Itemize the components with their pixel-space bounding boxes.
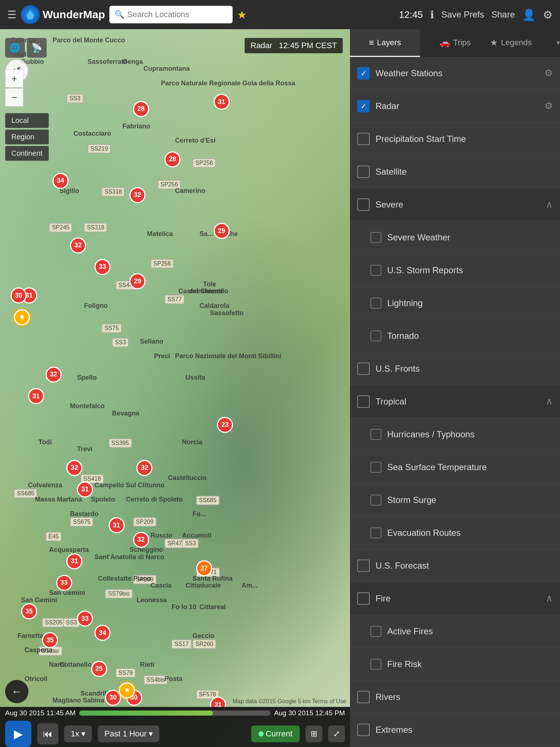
active-fires-checkbox[interactable] (370, 626, 381, 637)
layer-rivers[interactable]: Rivers (350, 681, 560, 713)
weather-stations-checkbox[interactable] (357, 67, 370, 80)
star-icon[interactable]: ★ (237, 8, 247, 21)
expand-button[interactable]: ⤢ (328, 725, 345, 742)
map-station-s22[interactable]: 33 (56, 575, 72, 591)
map-station-s15[interactable]: 31 (66, 553, 82, 569)
fire-chevron-icon[interactable]: ∧ (546, 593, 553, 604)
map-station-s24[interactable]: 31 (28, 388, 44, 404)
current-button[interactable]: Current (251, 725, 300, 742)
layer-evacuation-routes[interactable]: Evacuation Routes (350, 516, 560, 549)
layer-extremes[interactable]: Extremes (350, 713, 560, 746)
evacuation-routes-checkbox[interactable] (370, 527, 381, 538)
info-button[interactable]: ℹ (430, 9, 434, 21)
settings-icon[interactable]: ⚙ (543, 8, 553, 21)
zoom-out-button[interactable]: − (5, 88, 23, 107)
map-station-s7[interactable]: 32 (129, 187, 145, 203)
map-station-s2[interactable]: 29 (214, 223, 230, 239)
map-station-s12[interactable]: 32 (136, 460, 152, 476)
storm-surge-checkbox[interactable] (370, 495, 381, 506)
search-bar[interactable]: 🔍 (109, 6, 233, 23)
map-station-s8[interactable]: 28 (164, 151, 180, 167)
layer-fire-risk[interactable]: Fire Risk (350, 648, 560, 681)
map-station-s23[interactable]: 23 (217, 417, 233, 433)
skip-to-start-button[interactable]: ⏮ (37, 723, 58, 744)
region-view-button[interactable]: Region (5, 129, 49, 144)
map-station-s13[interactable]: 31 (77, 481, 93, 498)
map-station-s9[interactable]: 32 (46, 367, 62, 383)
map-station-s6[interactable]: 32 (70, 237, 86, 253)
layer-storm-surge[interactable]: Storm Surge (350, 484, 560, 516)
map-station-s20[interactable]: 30 (11, 287, 27, 303)
tab-legends[interactable]: ★ Legends ▾ (490, 29, 560, 57)
map-station-s31[interactable]: ☀ (14, 309, 30, 325)
layer-us-storm-reports[interactable]: U.S. Storm Reports (350, 254, 560, 287)
layer-fire-section[interactable]: Fire ∧ (350, 582, 560, 615)
layer-lightning[interactable]: Lightning (350, 287, 560, 320)
grid-button[interactable]: ⊞ (306, 725, 322, 742)
timeline-bar[interactable] (79, 711, 270, 716)
severe-checkbox[interactable] (357, 198, 370, 211)
tornado-checkbox[interactable] (370, 330, 381, 341)
hurricanes-checkbox[interactable] (370, 429, 381, 440)
local-view-button[interactable]: Local (5, 113, 49, 128)
map-station-s28[interactable]: 31 (214, 94, 230, 110)
layer-sea-surface-temp[interactable]: Sea Surface Temperature (350, 451, 560, 484)
play-button[interactable]: ▶ (5, 721, 31, 747)
tropical-chevron-icon[interactable]: ∧ (546, 396, 553, 407)
map-station-s11[interactable]: 32 (66, 460, 82, 476)
severe-weather-checkbox[interactable] (370, 232, 381, 243)
map-station-s17[interactable]: 34 (94, 625, 110, 641)
precipitation-start-checkbox[interactable] (357, 133, 370, 145)
radar-gear-icon[interactable]: ⚙ (544, 100, 553, 112)
menu-icon[interactable]: ☰ (7, 9, 16, 21)
radar-checkbox[interactable] (357, 100, 370, 112)
fire-risk-checkbox[interactable] (370, 659, 381, 670)
layer-severe-weather[interactable]: Severe Weather (350, 221, 560, 254)
map-station-s5[interactable]: 33 (94, 259, 110, 275)
extremes-checkbox[interactable] (357, 724, 370, 736)
us-forecast-checkbox[interactable] (357, 560, 370, 572)
map-station-s14[interactable]: 31 (109, 517, 125, 533)
layer-radar[interactable]: Radar ⚙ (350, 90, 560, 123)
layer-tornado[interactable]: Tornado (350, 320, 560, 352)
lightning-checkbox[interactable] (370, 298, 381, 309)
map-area[interactable]: Gubbio Fabriano Foligno Todi Colvalenza … (0, 29, 350, 747)
radio-button[interactable]: 📡 (27, 38, 47, 58)
layer-us-forecast[interactable]: U.S. Forecast (350, 549, 560, 582)
us-fronts-checkbox[interactable] (357, 363, 370, 375)
map-station-s19[interactable]: 35 (42, 632, 58, 648)
layer-severe-section[interactable]: Severe ∧ (350, 188, 560, 221)
map-station-s30[interactable]: 27 (196, 560, 212, 576)
globe-button[interactable]: 🌐 (5, 38, 25, 58)
layer-us-fronts[interactable]: U.S. Fronts (350, 352, 560, 385)
tropical-checkbox[interactable] (357, 395, 370, 408)
map-station-s21[interactable]: 32 (133, 532, 149, 548)
zoom-in-button[interactable]: + (5, 69, 23, 88)
save-prefs-button[interactable]: Save Prefs (442, 9, 484, 20)
map-station-s16[interactable]: 33 (77, 611, 93, 627)
layer-hurricanes[interactable]: Hurricanes / Typhoons (350, 418, 560, 451)
map-station-s18[interactable]: 35 (21, 603, 37, 619)
speed-button[interactable]: 1x ▾ (64, 725, 92, 742)
layer-precipitation-start[interactable]: Precipitation Start Time (350, 123, 560, 155)
continent-view-button[interactable]: Continent (5, 146, 49, 161)
search-input[interactable] (127, 10, 228, 19)
map-station-s26[interactable]: 30 (105, 690, 121, 706)
map-station-s4[interactable]: 29 (129, 273, 145, 289)
profile-icon[interactable]: 👤 (522, 8, 536, 21)
severe-chevron-icon[interactable]: ∧ (546, 199, 553, 210)
sea-surface-temp-checkbox[interactable] (370, 462, 381, 473)
back-button[interactable]: ← (5, 680, 28, 703)
tab-layers[interactable]: ≡ Layers (350, 29, 420, 57)
fire-checkbox[interactable] (357, 592, 370, 605)
range-button[interactable]: Past 1 Hour ▾ (98, 725, 159, 742)
rivers-checkbox[interactable] (357, 691, 370, 703)
layer-tropical-section[interactable]: Tropical ∧ (350, 385, 560, 418)
layer-weather-stations[interactable]: Weather Stations ⚙ (350, 57, 560, 90)
weather-stations-gear-icon[interactable]: ⚙ (544, 67, 553, 79)
tab-trips[interactable]: 🚗 Trips (420, 29, 490, 57)
map-station-s32[interactable]: ☀ (119, 682, 135, 698)
layer-satellite[interactable]: Satellite (350, 155, 560, 188)
map-station-s25[interactable]: 25 (91, 661, 107, 677)
map-station-s10[interactable]: 28 (133, 101, 149, 117)
